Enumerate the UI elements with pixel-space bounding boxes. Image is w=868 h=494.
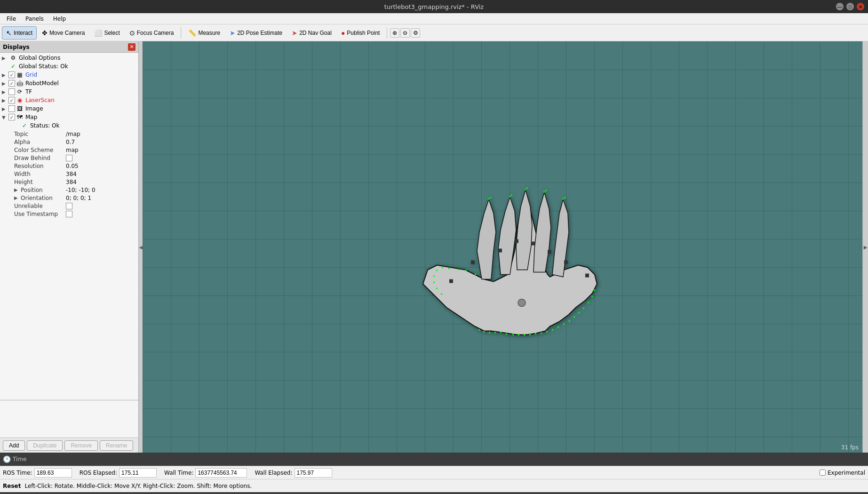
panel-splitter[interactable]: ◀: [139, 41, 143, 453]
action-buttons: Add Duplicate Remove Rename: [0, 438, 138, 453]
wall-elapsed-input[interactable]: [295, 468, 332, 478]
focus-camera-label: Focus Camera: [137, 30, 174, 36]
wall-time-input[interactable]: [195, 468, 247, 478]
arrow-orientation: ▶: [14, 195, 21, 200]
hint-bar: Reset Left-Click: Rotate. Middle-Click: …: [0, 479, 868, 492]
titlebar: turtlebot3_gmapping.rviz* - RViz — □ ✕: [0, 0, 868, 13]
svg-marker-1: [477, 199, 496, 279]
grid-checkbox[interactable]: [8, 72, 15, 78]
svg-rect-48: [465, 270, 467, 271]
color-scheme-value[interactable]: map: [66, 147, 136, 153]
pose-estimate-button[interactable]: ➤ 2D Pose Estimate: [225, 26, 287, 40]
viewport[interactable]: 31 fps: [143, 41, 862, 453]
ros-time-input[interactable]: [34, 468, 72, 478]
prop-draw-behind: Draw Behind: [0, 154, 138, 162]
alpha-value[interactable]: 0.7: [66, 139, 136, 145]
topic-value[interactable]: /map: [66, 131, 136, 137]
robot-model-checkbox[interactable]: [8, 80, 15, 87]
width-value[interactable]: 384: [66, 171, 136, 177]
ros-elapsed-label: ROS Elapsed:: [80, 470, 117, 476]
svg-rect-46: [475, 274, 476, 275]
svg-rect-14: [524, 335, 525, 336]
image-checkbox[interactable]: [8, 105, 15, 112]
select-label: Select: [104, 30, 119, 36]
image-icon: 🖼: [16, 105, 24, 112]
map-svg: [399, 157, 635, 336]
svg-rect-20: [557, 327, 559, 328]
wall-time-field: Wall Time:: [164, 468, 247, 478]
laser-scan-checkbox[interactable]: [8, 97, 15, 104]
zoom-minus-button[interactable]: ⊖: [400, 28, 410, 38]
unreliable-checkbox[interactable]: [66, 203, 72, 209]
sidebar-item-laser-scan[interactable]: ▶ ◉ LaserScan: [0, 96, 138, 104]
svg-rect-45: [564, 197, 565, 199]
right-arrow-icon: ▶: [864, 245, 868, 250]
sidebar-item-global-options[interactable]: ▶ ⚙ Global Options: [0, 54, 138, 62]
svg-rect-31: [433, 282, 435, 283]
image-label: Image: [24, 105, 136, 112]
reset-label[interactable]: Reset: [3, 483, 21, 489]
map-status-label: Status: Ok: [29, 122, 136, 129]
menu-file[interactable]: File: [2, 15, 21, 23]
sidebar-item-grid[interactable]: ▶ ▦ Grid: [0, 71, 138, 79]
close-button[interactable]: ✕: [857, 3, 864, 10]
separator-2: [387, 27, 387, 39]
select-button[interactable]: ⬜ Select: [90, 26, 124, 40]
resolution-value[interactable]: 0.05: [66, 163, 136, 169]
interact-button[interactable]: ↖ Interact: [2, 26, 37, 40]
fps-value: 31 fps: [841, 444, 859, 451]
arrow-tf: ▶: [2, 89, 8, 95]
nav-goal-button[interactable]: ➤ 2D Nav Goal: [287, 26, 336, 40]
tf-checkbox[interactable]: [8, 88, 15, 95]
sidebar-item-global-status[interactable]: ✓ Global Status: Ok: [0, 62, 138, 71]
prop-orientation[interactable]: ▶ Orientation 0; 0; 0; 1: [0, 194, 138, 202]
ros-elapsed-input[interactable]: [119, 468, 157, 478]
position-label: Position: [21, 187, 66, 193]
minimize-button[interactable]: —: [836, 3, 844, 10]
displays-tree: ▶ ⚙ Global Options ✓ Global Status: Ok ▶…: [0, 53, 138, 400]
prop-position[interactable]: ▶ Position -10; -10; 0: [0, 186, 138, 194]
remove-button[interactable]: Remove: [64, 440, 98, 451]
tf-label: TF: [24, 88, 136, 95]
sidebar-item-robot-model[interactable]: ▶ 🤖 RobotModel: [0, 79, 138, 88]
svg-rect-15: [529, 334, 531, 335]
grid-icon: ▦: [16, 71, 24, 79]
map-checkbox[interactable]: [8, 114, 15, 120]
move-camera-button[interactable]: ✥ Move Camera: [38, 26, 89, 40]
rename-button[interactable]: Rename: [100, 440, 133, 451]
tf-icon: ⟳: [16, 88, 24, 96]
zoom-settings-button[interactable]: ⚙: [411, 28, 420, 38]
publish-point-icon: ●: [341, 29, 345, 37]
topic-label: Topic: [14, 131, 66, 137]
svg-rect-6: [478, 329, 480, 331]
duplicate-button[interactable]: Duplicate: [27, 440, 63, 451]
measure-button[interactable]: 📏 Measure: [184, 26, 224, 40]
right-panel-toggle[interactable]: ▶: [862, 41, 868, 453]
orientation-value: 0; 0; 0; 1: [66, 195, 136, 201]
restore-button[interactable]: □: [846, 3, 854, 10]
interact-icon: ↖: [6, 29, 12, 37]
svg-rect-18: [546, 331, 548, 333]
svg-rect-7: [483, 331, 485, 333]
draw-behind-label: Draw Behind: [14, 155, 66, 161]
measure-label: Measure: [198, 30, 220, 36]
draw-behind-checkbox[interactable]: [66, 155, 72, 161]
sidebar-item-image[interactable]: ▶ 🖼 Image: [0, 104, 138, 113]
menu-help[interactable]: Help: [48, 15, 71, 23]
publish-point-button[interactable]: ● Publish Point: [337, 26, 384, 40]
experimental-checkbox[interactable]: [820, 470, 826, 476]
focus-camera-button[interactable]: ⊙ Focus Camera: [125, 26, 178, 40]
zoom-fit-button[interactable]: ⊕: [390, 28, 399, 38]
svg-rect-51: [515, 239, 518, 243]
svg-rect-56: [449, 279, 453, 283]
experimental-area: Experimental: [820, 470, 865, 476]
robot-model-label: RobotModel: [24, 80, 136, 87]
height-value[interactable]: 384: [66, 179, 136, 185]
menu-panels[interactable]: Panels: [21, 15, 48, 23]
svg-rect-12: [512, 334, 514, 335]
displays-close-button[interactable]: ✕: [128, 43, 135, 51]
use-timestamp-checkbox[interactable]: [66, 211, 72, 217]
sidebar-item-map[interactable]: ▼ 🗺 Map: [0, 113, 138, 121]
add-button[interactable]: Add: [3, 440, 25, 451]
sidebar-item-tf[interactable]: ▶ ⟳ TF: [0, 88, 138, 96]
